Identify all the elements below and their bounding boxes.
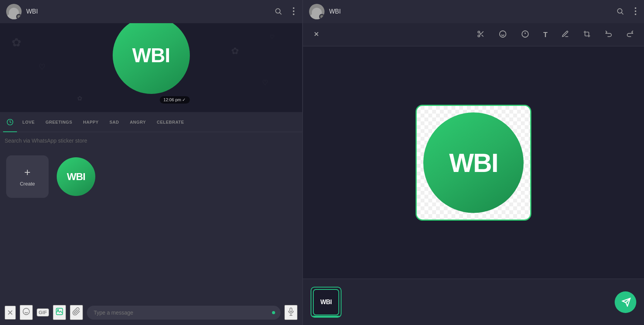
left-topbar: WBI — [0, 0, 302, 23]
chat-title-right: WBI — [329, 8, 610, 15]
tab-happy[interactable]: HAPPY — [78, 114, 104, 130]
avatar-badge — [16, 14, 22, 19]
svg-point-13 — [23, 308, 30, 315]
sticker-search-input[interactable] — [5, 136, 297, 145]
more-button-right[interactable] — [633, 6, 638, 18]
wbi-text-preview: WBI — [449, 148, 498, 178]
svg-text:♡: ♡ — [270, 34, 275, 40]
tab-sad[interactable]: SAD — [104, 114, 125, 130]
undo-button[interactable] — [602, 28, 615, 41]
editor-close-button[interactable] — [311, 28, 322, 41]
sticker-wbi-item[interactable]: WBI — [55, 155, 97, 198]
thumb-underline — [311, 316, 341, 317]
timestamp-badge: 12:06 pm ✓ — [160, 96, 190, 104]
emoji-editor-button[interactable] — [496, 27, 509, 42]
sticker-search-bar — [0, 132, 302, 149]
svg-point-29 — [478, 31, 480, 33]
emoji-button[interactable] — [20, 305, 33, 320]
right-topbar: WBI — [303, 0, 644, 23]
pen-editor-button[interactable] — [559, 28, 571, 41]
thumb-wbi-box: WBI — [313, 289, 339, 315]
crop-editor-button[interactable] — [581, 28, 593, 41]
message-input[interactable] — [94, 310, 274, 316]
wbi-text-sticker: WBI — [67, 171, 85, 183]
sticker-preview: WBI — [416, 105, 531, 221]
create-plus-icon: + — [24, 167, 30, 178]
svg-text:♡: ♡ — [262, 79, 268, 87]
thumb-wbi-text: WBI — [320, 299, 332, 306]
svg-text:✿: ✿ — [231, 46, 239, 56]
wbi-text-banner: WBI — [132, 44, 170, 67]
svg-point-1 — [276, 9, 280, 13]
svg-point-22 — [617, 9, 622, 13]
svg-point-0 — [18, 15, 20, 18]
avatar-right[interactable] — [309, 4, 325, 19]
tab-love[interactable]: LOVE — [17, 114, 40, 130]
svg-line-23 — [622, 12, 624, 14]
text-editor-button[interactable]: T — [541, 29, 550, 41]
right-panel: WBI — [303, 0, 644, 325]
chat-title-left: WBI — [26, 8, 268, 15]
svg-point-4 — [293, 10, 294, 12]
svg-text:✿: ✿ — [77, 95, 82, 102]
close-button[interactable]: ✕ — [5, 306, 16, 320]
svg-line-32 — [482, 35, 483, 37]
svg-line-2 — [280, 12, 282, 14]
svg-line-33 — [480, 33, 481, 34]
tab-greetings[interactable]: GREETINGS — [40, 114, 78, 130]
sticker-grid: + Create WBI — [0, 149, 302, 300]
sticker-editor-button[interactable] — [519, 27, 532, 42]
tab-celebrate[interactable]: CELEBRATE — [151, 114, 189, 130]
svg-point-30 — [478, 35, 480, 37]
avatar[interactable] — [6, 4, 22, 19]
banner-sticker: WBI 12:06 pm ✓ — [113, 32, 190, 104]
tab-angry[interactable]: ANGRY — [124, 114, 151, 130]
sticker-panel-button[interactable] — [53, 305, 66, 320]
svg-point-21 — [321, 15, 323, 18]
svg-text:✿: ✿ — [12, 36, 21, 49]
svg-point-34 — [500, 31, 506, 37]
more-button-left[interactable] — [291, 6, 296, 18]
wbi-circle-preview: WBI — [423, 112, 524, 213]
search-button-left[interactable] — [273, 6, 284, 18]
editor-toolbar: T — [303, 23, 644, 46]
input-dot — [272, 311, 275, 314]
gif-button[interactable]: GIF — [37, 308, 49, 316]
topbar-icons-left — [273, 6, 296, 18]
chat-banner: ✿ ♡ ✿ ♡ ✿ ♡ WBI 12:06 pm ✓ — [0, 23, 302, 112]
create-label: Create — [20, 181, 35, 187]
avatar-badge-right — [319, 14, 325, 19]
svg-point-3 — [293, 7, 294, 9]
editor-canvas: WBI — [303, 46, 644, 279]
svg-point-26 — [635, 14, 636, 15]
message-input-wrapper[interactable] — [87, 306, 281, 320]
left-panel: WBI ✿ ♡ ✿ ♡ ✿ ♡ WB — [0, 0, 303, 325]
svg-rect-18 — [290, 308, 292, 312]
redo-button[interactable] — [624, 28, 636, 41]
wbi-circle-banner: WBI — [113, 23, 190, 94]
sticker-tabs: LOVE GREETINGS HAPPY SAD ANGRY CELEBRATE — [0, 112, 302, 132]
bottom-bar: ✕ GIF — [0, 300, 302, 325]
create-sticker-button[interactable]: + Create — [6, 155, 49, 198]
topbar-icons-right — [615, 6, 638, 18]
wbi-circle-sticker: WBI — [57, 157, 95, 196]
tab-clock[interactable] — [3, 112, 17, 132]
svg-point-24 — [635, 7, 636, 9]
search-button-right[interactable] — [615, 6, 625, 18]
send-button[interactable] — [615, 291, 636, 313]
sticker-thumbnail[interactable]: WBI — [311, 287, 341, 318]
editor-bottom-bar: WBI — [303, 279, 644, 325]
attach-button[interactable] — [70, 305, 83, 320]
mic-button[interactable] — [284, 305, 297, 320]
svg-point-25 — [635, 10, 636, 12]
scissors-button[interactable] — [475, 28, 487, 41]
svg-text:♡: ♡ — [39, 63, 46, 71]
svg-point-5 — [293, 14, 294, 15]
